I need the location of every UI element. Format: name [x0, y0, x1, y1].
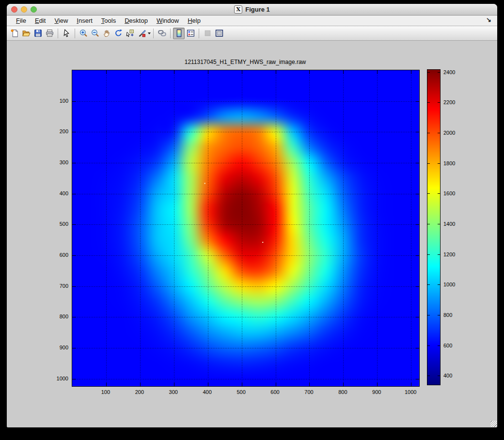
x-tick-label: 200: [129, 389, 150, 395]
window-title-group: X Figure 1: [234, 5, 270, 14]
x-axis-tick-labels: 1002003004005006007008009001000: [72, 389, 420, 396]
figure-toolbar: [7, 26, 497, 41]
pointer-arrow-icon: [62, 29, 71, 38]
x-tick-label: 800: [332, 389, 353, 395]
x-tick-label: 100: [95, 389, 116, 395]
y-tick-label: 900: [7, 345, 68, 350]
traffic-lights: [11, 6, 37, 13]
colorbar-tick-label: 1600: [443, 190, 455, 196]
axes-box: [72, 70, 420, 387]
x-tick-label: 500: [231, 389, 252, 395]
print-figure-button[interactable]: [44, 28, 55, 39]
y-tick-label: 1000: [7, 376, 68, 381]
dock-window-icon: [215, 29, 224, 38]
link-plot-button[interactable]: [156, 28, 168, 39]
rotate-3d-icon: [114, 29, 123, 38]
save-floppy-icon: [33, 29, 43, 38]
menu-view[interactable]: View: [50, 17, 72, 24]
toolbar-separator: [58, 29, 58, 38]
y-tick-label: 800: [7, 314, 68, 319]
new-figure-button[interactable]: [9, 28, 20, 39]
window-titlebar[interactable]: X Figure 1: [7, 4, 497, 16]
brush-data-button[interactable]: [136, 28, 147, 39]
open-file-button[interactable]: [20, 28, 32, 39]
colorbar-gradient: [427, 70, 440, 385]
colorbar-tick-label: 1800: [443, 160, 455, 166]
zoom-in-button[interactable]: [78, 28, 89, 39]
x-tick-label: 1000: [400, 389, 421, 395]
menu-bar: File Edit View Insert Tools Desktop Wind…: [7, 16, 497, 26]
plot-title: 1211317045_H1_ETMY_HWS_raw_image.raw: [72, 59, 419, 65]
y-tick-label: 700: [7, 283, 68, 289]
toolbar-separator: [199, 29, 199, 38]
close-button[interactable]: [11, 6, 17, 13]
toolbar-separator: [153, 29, 154, 38]
printer-icon: [45, 29, 54, 38]
edit-plot-button[interactable]: [61, 28, 72, 39]
brush-icon: [137, 29, 146, 38]
colorbar-tick-label: 1200: [443, 251, 455, 257]
toolbar-separator: [170, 29, 171, 38]
zoom-button[interactable]: [31, 6, 37, 13]
heatmap-image: [72, 70, 419, 386]
pan-hand-icon: [102, 29, 111, 38]
hide-plot-tools-icon: [203, 29, 212, 38]
x-tick-label: 400: [197, 389, 218, 395]
open-folder-icon: [22, 29, 31, 38]
legend-icon: [186, 29, 195, 38]
colorbar-tick-label: 2400: [443, 69, 455, 75]
link-chain-icon: [158, 29, 167, 38]
menu-file[interactable]: File: [12, 17, 31, 24]
y-tick-label: 100: [7, 98, 68, 104]
colorbar-icon: [174, 29, 184, 38]
colorbar: [427, 69, 441, 385]
colorbar-tick-label: 800: [443, 312, 452, 318]
colorbar-tick-label: 2000: [443, 130, 455, 136]
window-title: Figure 1: [245, 6, 270, 13]
toolbar-separator: [75, 29, 75, 38]
insert-legend-button[interactable]: [185, 28, 196, 39]
data-cursor-button[interactable]: [124, 28, 136, 39]
colorbar-tick-label: 1000: [443, 282, 455, 287]
menu-desktop[interactable]: Desktop: [120, 17, 152, 24]
rotate-3d-button[interactable]: [112, 28, 124, 39]
zoom-out-button[interactable]: [89, 28, 101, 39]
insert-colorbar-button[interactable]: [173, 28, 185, 39]
y-tick-label: 300: [7, 159, 68, 165]
minimize-button[interactable]: [21, 6, 27, 13]
brush-dropdown-caret-icon[interactable]: [148, 32, 151, 34]
y-tick-label: 600: [7, 252, 68, 258]
zoom-in-icon: [79, 29, 88, 38]
data-cursor-icon: [126, 29, 135, 38]
colorbar-tick-label: 400: [443, 373, 452, 378]
show-plot-tools-button[interactable]: [213, 28, 225, 39]
menu-overflow-arrow-icon[interactable]: ↘: [486, 16, 491, 23]
x-tick-label: 900: [366, 389, 387, 395]
pan-button[interactable]: [101, 28, 112, 39]
y-tick-label: 500: [7, 221, 68, 227]
menu-insert[interactable]: Insert: [72, 17, 97, 24]
x11-app-icon: X: [234, 5, 242, 14]
x-tick-label: 600: [265, 389, 286, 395]
menu-help[interactable]: Help: [183, 17, 205, 24]
figure-window: X Figure 1 File Edit View Insert Tools D…: [7, 4, 497, 427]
figure-canvas: 1211317045_H1_ETMY_HWS_raw_image.raw 100…: [7, 41, 497, 427]
resize-grip[interactable]: [490, 421, 497, 427]
colorbar-tick-label: 600: [443, 343, 452, 348]
y-axis-tick-labels: 1002003004005006007008009001000: [7, 70, 68, 386]
x-tick-label: 300: [163, 389, 184, 395]
menu-edit[interactable]: Edit: [31, 17, 50, 24]
menu-window[interactable]: Window: [152, 17, 183, 24]
screenshot-background: X Figure 1 File Edit View Insert Tools D…: [0, 0, 504, 440]
x-tick-label: 700: [298, 389, 319, 395]
hide-plot-tools-button[interactable]: [202, 28, 213, 39]
y-tick-label: 400: [7, 190, 68, 196]
colorbar-tick-label: 2200: [443, 99, 455, 105]
colorbar-tick-labels: 4006008001000120014001600180020002200240…: [443, 70, 468, 386]
menu-tools[interactable]: Tools: [97, 17, 120, 24]
new-document-icon: [10, 29, 19, 38]
y-tick-label: 200: [7, 128, 68, 134]
save-figure-button[interactable]: [32, 28, 44, 39]
zoom-out-icon: [91, 29, 100, 38]
colorbar-tick-label: 1400: [443, 221, 455, 227]
